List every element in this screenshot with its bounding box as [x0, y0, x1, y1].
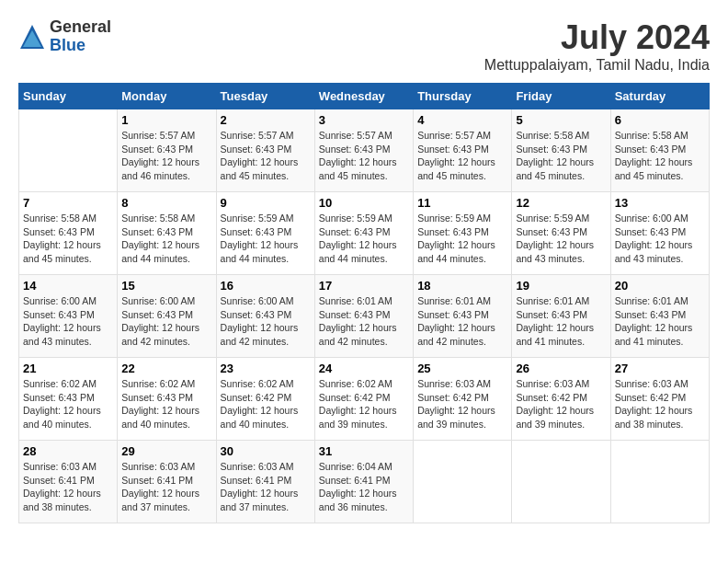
cell-content: Sunrise: 6:03 AM Sunset: 6:41 PM Dayligh… — [221, 461, 299, 512]
calendar-header: SundayMondayTuesdayWednesdayThursdayFrid… — [19, 84, 710, 109]
header-day: Monday — [118, 84, 216, 109]
calendar-cell: 4Sunrise: 5:57 AM Sunset: 6:43 PM Daylig… — [414, 109, 512, 192]
logo-icon — [18, 23, 46, 51]
cell-content: Sunrise: 6:03 AM Sunset: 6:42 PM Dayligh… — [615, 378, 693, 430]
calendar-cell: 5Sunrise: 5:58 AM Sunset: 6:43 PM Daylig… — [512, 109, 610, 192]
main-title: July 2024 — [484, 18, 710, 57]
day-number: 15 — [121, 279, 211, 293]
day-number: 10 — [319, 196, 409, 210]
calendar-week-row: 28Sunrise: 6:03 AM Sunset: 6:41 PM Dayli… — [19, 441, 710, 523]
header-day: Friday — [512, 84, 610, 109]
header-day: Sunday — [19, 84, 118, 109]
cell-content: Sunrise: 5:57 AM Sunset: 6:43 PM Dayligh… — [319, 130, 397, 181]
calendar-cell — [512, 441, 610, 523]
day-number: 7 — [23, 196, 113, 210]
day-number: 27 — [615, 362, 705, 375]
calendar-cell: 16Sunrise: 6:00 AM Sunset: 6:43 PM Dayli… — [216, 275, 314, 358]
day-number: 11 — [417, 196, 507, 210]
calendar-table: SundayMondayTuesdayWednesdayThursdayFrid… — [18, 83, 710, 523]
calendar-cell: 20Sunrise: 6:01 AM Sunset: 6:43 PM Dayli… — [610, 275, 709, 358]
cell-content: Sunrise: 6:01 AM Sunset: 6:43 PM Dayligh… — [615, 295, 693, 347]
calendar-cell: 31Sunrise: 6:04 AM Sunset: 6:41 PM Dayli… — [314, 441, 413, 523]
calendar-cell: 15Sunrise: 6:00 AM Sunset: 6:43 PM Dayli… — [118, 275, 216, 358]
cell-content: Sunrise: 5:57 AM Sunset: 6:43 PM Dayligh… — [121, 130, 199, 181]
page-header: General Blue July 2024 Mettuppalaiyam, T… — [18, 18, 710, 74]
header-row: SundayMondayTuesdayWednesdayThursdayFrid… — [19, 84, 710, 109]
day-number: 26 — [516, 362, 606, 375]
calendar-cell: 12Sunrise: 5:59 AM Sunset: 6:43 PM Dayli… — [512, 192, 610, 275]
calendar-cell: 26Sunrise: 6:03 AM Sunset: 6:42 PM Dayli… — [512, 358, 610, 441]
cell-content: Sunrise: 6:00 AM Sunset: 6:43 PM Dayligh… — [121, 295, 199, 347]
day-number: 30 — [221, 444, 311, 458]
cell-content: Sunrise: 6:01 AM Sunset: 6:43 PM Dayligh… — [516, 295, 594, 347]
header-day: Thursday — [414, 84, 512, 109]
cell-content: Sunrise: 6:00 AM Sunset: 6:43 PM Dayligh… — [615, 213, 693, 264]
calendar-cell: 13Sunrise: 6:00 AM Sunset: 6:43 PM Dayli… — [610, 192, 709, 275]
day-number: 16 — [221, 279, 311, 293]
cell-content: Sunrise: 6:02 AM Sunset: 6:42 PM Dayligh… — [319, 378, 397, 430]
day-number: 9 — [221, 196, 311, 210]
day-number: 8 — [121, 196, 211, 210]
header-day: Wednesday — [314, 84, 413, 109]
cell-content: Sunrise: 5:58 AM Sunset: 6:43 PM Dayligh… — [516, 130, 594, 181]
title-block: July 2024 Mettuppalaiyam, Tamil Nadu, In… — [484, 18, 710, 74]
calendar-cell: 9Sunrise: 5:59 AM Sunset: 6:43 PM Daylig… — [216, 192, 314, 275]
calendar-cell: 25Sunrise: 6:03 AM Sunset: 6:42 PM Dayli… — [414, 358, 512, 441]
day-number: 1 — [121, 113, 211, 127]
day-number: 31 — [319, 444, 409, 458]
logo-text: General Blue — [50, 18, 111, 55]
cell-content: Sunrise: 5:57 AM Sunset: 6:43 PM Dayligh… — [417, 130, 495, 181]
cell-content: Sunrise: 6:01 AM Sunset: 6:43 PM Dayligh… — [319, 295, 397, 347]
calendar-cell: 10Sunrise: 5:59 AM Sunset: 6:43 PM Dayli… — [314, 192, 413, 275]
logo-general: General — [50, 18, 111, 37]
day-number: 25 — [417, 362, 507, 375]
day-number: 28 — [23, 444, 113, 458]
day-number: 14 — [23, 279, 113, 293]
calendar-cell: 21Sunrise: 6:02 AM Sunset: 6:43 PM Dayli… — [19, 358, 118, 441]
calendar-cell: 8Sunrise: 5:58 AM Sunset: 6:43 PM Daylig… — [118, 192, 216, 275]
day-number: 13 — [615, 196, 705, 210]
cell-content: Sunrise: 6:02 AM Sunset: 6:42 PM Dayligh… — [221, 378, 299, 430]
calendar-cell: 6Sunrise: 5:58 AM Sunset: 6:43 PM Daylig… — [610, 109, 709, 192]
day-number: 19 — [516, 279, 606, 293]
calendar-cell: 17Sunrise: 6:01 AM Sunset: 6:43 PM Dayli… — [314, 275, 413, 358]
day-number: 21 — [23, 362, 113, 375]
day-number: 6 — [615, 113, 705, 127]
calendar-cell — [414, 441, 512, 523]
calendar-cell: 22Sunrise: 6:02 AM Sunset: 6:43 PM Dayli… — [118, 358, 216, 441]
day-number: 12 — [516, 196, 606, 210]
cell-content: Sunrise: 6:03 AM Sunset: 6:41 PM Dayligh… — [23, 461, 101, 512]
cell-content: Sunrise: 5:59 AM Sunset: 6:43 PM Dayligh… — [417, 213, 495, 264]
cell-content: Sunrise: 6:04 AM Sunset: 6:41 PM Dayligh… — [319, 461, 397, 512]
calendar-cell: 19Sunrise: 6:01 AM Sunset: 6:43 PM Dayli… — [512, 275, 610, 358]
cell-content: Sunrise: 6:00 AM Sunset: 6:43 PM Dayligh… — [221, 295, 299, 347]
cell-content: Sunrise: 6:03 AM Sunset: 6:42 PM Dayligh… — [516, 378, 594, 430]
day-number: 23 — [221, 362, 311, 375]
calendar-cell: 28Sunrise: 6:03 AM Sunset: 6:41 PM Dayli… — [19, 441, 118, 523]
calendar-cell: 1Sunrise: 5:57 AM Sunset: 6:43 PM Daylig… — [118, 109, 216, 192]
calendar-cell: 11Sunrise: 5:59 AM Sunset: 6:43 PM Dayli… — [414, 192, 512, 275]
cell-content: Sunrise: 6:00 AM Sunset: 6:43 PM Dayligh… — [23, 295, 101, 347]
calendar-cell: 7Sunrise: 5:58 AM Sunset: 6:43 PM Daylig… — [19, 192, 118, 275]
calendar-cell: 23Sunrise: 6:02 AM Sunset: 6:42 PM Dayli… — [216, 358, 314, 441]
calendar-cell — [19, 109, 118, 192]
header-day: Saturday — [610, 84, 709, 109]
cell-content: Sunrise: 5:57 AM Sunset: 6:43 PM Dayligh… — [221, 130, 299, 181]
day-number: 18 — [417, 279, 507, 293]
calendar-body: 1Sunrise: 5:57 AM Sunset: 6:43 PM Daylig… — [19, 109, 710, 523]
day-number: 3 — [319, 113, 409, 127]
logo: General Blue — [18, 18, 111, 55]
calendar-week-row: 21Sunrise: 6:02 AM Sunset: 6:43 PM Dayli… — [19, 358, 710, 441]
day-number: 4 — [417, 113, 507, 127]
day-number: 29 — [121, 444, 211, 458]
day-number: 2 — [221, 113, 311, 127]
cell-content: Sunrise: 6:02 AM Sunset: 6:43 PM Dayligh… — [23, 378, 101, 430]
calendar-cell: 3Sunrise: 5:57 AM Sunset: 6:43 PM Daylig… — [314, 109, 413, 192]
calendar-week-row: 1Sunrise: 5:57 AM Sunset: 6:43 PM Daylig… — [19, 109, 710, 192]
calendar-cell: 29Sunrise: 6:03 AM Sunset: 6:41 PM Dayli… — [118, 441, 216, 523]
calendar-week-row: 14Sunrise: 6:00 AM Sunset: 6:43 PM Dayli… — [19, 275, 710, 358]
day-number: 22 — [121, 362, 211, 375]
calendar-cell: 14Sunrise: 6:00 AM Sunset: 6:43 PM Dayli… — [19, 275, 118, 358]
day-number: 20 — [615, 279, 705, 293]
logo-blue: Blue — [50, 37, 111, 55]
